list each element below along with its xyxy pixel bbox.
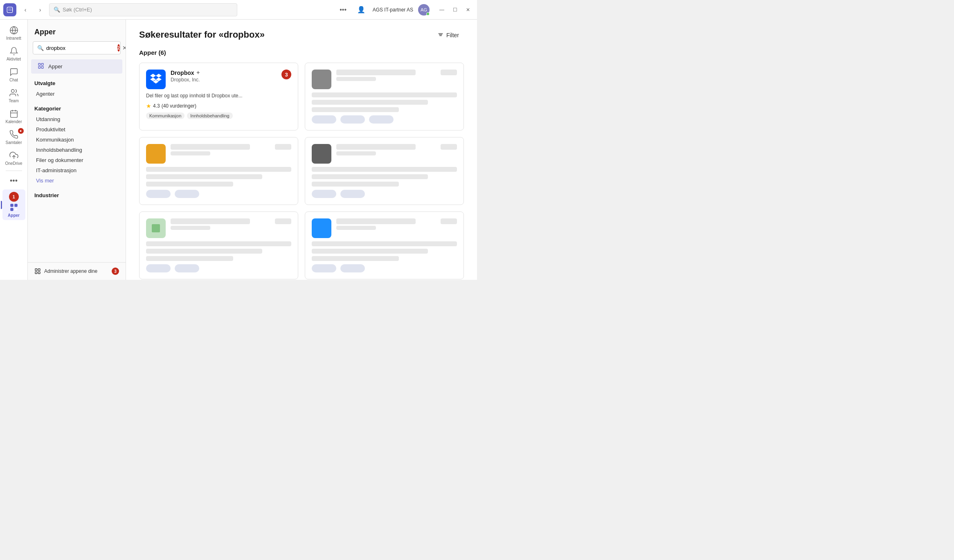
panel-nav-apps[interactable]: Apper [31, 59, 122, 74]
sidebar-item-calendar[interactable]: Kalender [2, 106, 25, 126]
blurred-row [312, 241, 457, 246]
app-search-input[interactable] [46, 45, 115, 51]
search-bar[interactable]: 🔍 Søk (Ctrl+E) [49, 3, 237, 16]
blurred-row [336, 151, 376, 155]
blurred-tag [340, 190, 365, 198]
panel-link-filer[interactable]: Filer og dokumenter [28, 155, 126, 165]
blurred-icon-1 [312, 70, 331, 89]
sidebar-item-chat[interactable]: Chat [2, 65, 25, 85]
calendar-icon [9, 109, 19, 119]
team-label: Team [9, 99, 18, 103]
panel-link-it[interactable]: IT-administrasjon [28, 165, 126, 175]
sidebar-item-activity[interactable]: Aktivitet [2, 44, 25, 64]
blurred-row [146, 167, 291, 172]
dropbox-step-badge: 3 [281, 70, 291, 79]
svg-rect-15 [35, 269, 37, 271]
sidebar-item-team[interactable]: Team [2, 85, 25, 106]
blurred-row [336, 226, 376, 230]
panel-link-innholdsbehandling[interactable]: Innholdsbehandling [28, 145, 126, 155]
svg-rect-3 [10, 111, 17, 118]
manage-apps-badge: 3 [112, 268, 119, 275]
blurred-row [312, 167, 457, 172]
rating-count: (40 vurderinger) [162, 103, 196, 109]
clear-search-button[interactable]: ✕ [122, 45, 126, 51]
more-apps-button[interactable]: ••• [2, 173, 25, 189]
app-search-wrap[interactable]: 🔍 2 ✕ [33, 41, 121, 54]
chat-icon [9, 67, 19, 77]
calls-badge: ● [18, 128, 24, 134]
top-right-area: ••• 👤 AGS IT-partner AS AG [337, 3, 430, 16]
intranet-icon [9, 25, 19, 35]
manage-apps-icon [34, 268, 41, 274]
filter-button[interactable]: Filter [432, 29, 464, 41]
apps-label: Apper [8, 213, 20, 218]
apps-step-badge: 1 [9, 192, 19, 202]
panel-link-utdanning[interactable]: Utdanning [28, 114, 126, 124]
apps-grid: Dropbox ✦ Dropbox, Inc. 3 Del filer og l… [139, 63, 464, 279]
top-bar: ‹ › 🔍 Søk (Ctrl+E) ••• 👤 AGS IT-partner … [0, 0, 477, 20]
panel-footer[interactable]: Administrer appene dine 3 [28, 262, 126, 280]
dropbox-card-header: Dropbox ✦ Dropbox, Inc. 3 [146, 70, 291, 89]
svg-rect-17 [35, 272, 37, 274]
blurred-card-1-header [312, 70, 457, 89]
main-area: Søkeresultater for «dropbox» Filter Appe… [126, 20, 477, 280]
sidebar-item-intranet[interactable]: Intranett [2, 23, 25, 43]
main-header: Søkeresultater for «dropbox» Filter [139, 29, 464, 41]
panel-link-kommunikasjon[interactable]: Kommunikasjon [28, 135, 126, 145]
blurred-tag [369, 115, 394, 124]
dropbox-desc: Del filer og last opp innhold til Dropbo… [146, 92, 291, 99]
blurred-tags-1 [312, 115, 457, 124]
blurred-content-1 [336, 70, 436, 83]
forward-button[interactable]: › [34, 4, 46, 16]
close-button[interactable]: ✕ [462, 4, 474, 16]
panel-link-produktivitet[interactable]: Produktivitet [28, 124, 126, 135]
dropbox-logo [150, 74, 162, 85]
back-button[interactable]: ‹ [20, 4, 31, 16]
minimize-button[interactable]: — [436, 4, 448, 16]
tag-kommunikasjon: Kommunikasjon [146, 112, 184, 119]
filter-label: Filter [446, 32, 459, 38]
app-card-blurred-5[interactable] [305, 211, 464, 279]
industries-header: Industrier [28, 186, 126, 201]
avatar[interactable]: AG [418, 4, 430, 16]
intranet-label: Intranett [6, 36, 21, 40]
dropbox-name: Dropbox ✦ [171, 70, 277, 76]
activity-icon [9, 46, 19, 56]
blurred-tags-5 [312, 264, 457, 272]
panel-title: Apper [28, 20, 126, 41]
chat-label: Chat [9, 78, 18, 82]
blurred-tag [312, 264, 336, 272]
avatar-status [426, 12, 430, 16]
app-card-blurred-3[interactable] [305, 137, 464, 205]
blurred-row [312, 100, 428, 105]
app-card-dropbox[interactable]: Dropbox ✦ Dropbox, Inc. 3 Del filer og l… [139, 63, 298, 130]
main-title: Søkeresultater for «dropbox» [139, 29, 265, 40]
manage-apps-label: Administrer appene dine [44, 268, 97, 274]
featured-header: Utvalgte [28, 74, 126, 89]
blurred-row [312, 182, 399, 187]
svg-rect-12 [41, 63, 43, 65]
sidebar-item-apps[interactable]: 1 Apper [2, 189, 25, 220]
svg-rect-8 [10, 204, 13, 207]
panel-nav-icon [38, 63, 44, 70]
blurred-tags-4 [146, 264, 291, 272]
main-content: Intranett Aktivitet Chat [0, 20, 477, 280]
rating-value: 4.3 [153, 103, 160, 109]
profile-button[interactable]: 👤 [355, 3, 368, 16]
blurred-row [171, 144, 250, 150]
blurred-tag [312, 115, 336, 124]
blurred-tags-2 [146, 190, 291, 198]
dropbox-tags: Kommunikasjon Innholdsbehandling [146, 112, 291, 119]
blurred-tag [146, 264, 171, 272]
app-card-blurred-2[interactable] [139, 137, 298, 205]
app-card-blurred-1[interactable] [305, 63, 464, 130]
maximize-button[interactable]: ☐ [449, 4, 461, 16]
app-card-blurred-4[interactable] [139, 211, 298, 279]
panel-link-agenter[interactable]: Agenter [28, 89, 126, 99]
dropbox-spark-icon: ✦ [196, 70, 200, 76]
sidebar-item-onedrive[interactable]: OneDrive [2, 148, 25, 168]
more-options-button[interactable]: ••• [337, 3, 350, 16]
sidebar-item-calls[interactable]: ● Samtaler [2, 127, 25, 147]
panel-link-vis-mer[interactable]: Vis mer [28, 175, 126, 186]
blurred-content-5 [336, 218, 436, 232]
